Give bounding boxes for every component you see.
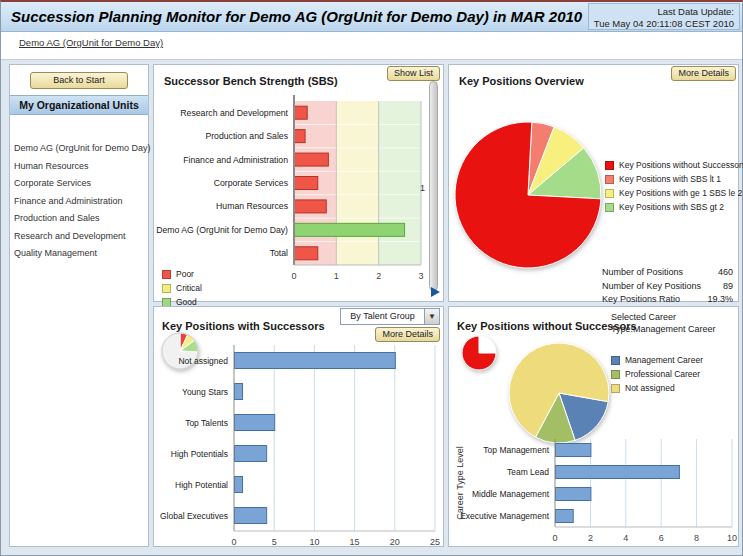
legend-swatch-icon: [605, 203, 614, 212]
stat-row: Number of Positions460: [602, 266, 733, 280]
legend-label: Critical: [176, 283, 202, 293]
sidebar-item[interactable]: Human Resources: [10, 158, 148, 176]
sidebar: Back to Start My Organizational Units De…: [9, 64, 149, 547]
legend-label: Poor: [176, 269, 194, 279]
legend-swatch-icon: [611, 384, 620, 393]
legend-item: Management Career: [611, 355, 703, 365]
sidebar-item[interactable]: Quality Management: [10, 245, 148, 263]
back-to-start-button[interactable]: Back to Start: [30, 72, 128, 89]
svg-text:Corporate Services: Corporate Services: [214, 178, 289, 188]
panel-successor-bench-strength: Successor Bench Strength (SBS) Show List…: [153, 64, 444, 302]
svg-text:15: 15: [350, 537, 360, 547]
last-data-update: Last Data Update: Tue May 04 20:11:08 CE…: [588, 3, 740, 30]
stat-label: Number of Positions: [602, 266, 683, 280]
legend-label: Key Positions with SBS gt 2: [619, 202, 724, 212]
legend-label: Key Positions with SBS lt 1: [619, 174, 721, 184]
legend-item: Key Positions with SBS lt 1: [605, 174, 743, 184]
legend-swatch-icon: [162, 270, 171, 279]
stat-row: Number of Key Positions89: [602, 280, 733, 294]
sidebar-item[interactable]: Production and Sales: [10, 210, 148, 228]
overview-stats: Number of Positions460Number of Key Posi…: [602, 266, 733, 307]
sbs-legend: PoorCriticalGood: [162, 269, 202, 311]
svg-text:0: 0: [291, 271, 296, 281]
stat-value: 19.3%: [707, 293, 733, 307]
svg-text:High Potential: High Potential: [175, 480, 228, 490]
svg-text:1: 1: [334, 271, 339, 281]
page-title: Succession Planning Monitor for Demo AG …: [11, 8, 582, 25]
panel-key-positions-overview: More Details Key Positions Overview Key …: [448, 64, 739, 302]
slider-value-label: 1: [420, 183, 425, 193]
legend-label: Professional Career: [625, 369, 700, 379]
svg-text:Top Management: Top Management: [483, 445, 549, 455]
svg-text:0: 0: [552, 533, 557, 543]
svg-text:10: 10: [727, 533, 737, 543]
svg-text:Team Lead: Team Lead: [507, 467, 549, 477]
career-level-bar-chart[interactable]: 0246810Top ManagementTeam LeadMiddle Man…: [449, 435, 740, 547]
svg-text:Demo AG (OrgUnit for Demo Day): Demo AG (OrgUnit for Demo Day): [156, 225, 288, 235]
without-successors-panel-title: Key Positions without Successors: [457, 320, 637, 332]
legend-swatch-icon: [162, 284, 171, 293]
legend-label: Key Positions with ge 1 SBS le 2: [619, 188, 742, 198]
svg-text:4: 4: [623, 533, 628, 543]
overview-more-details-button[interactable]: More Details: [671, 66, 736, 81]
sbs-panel-title: Successor Bench Strength (SBS): [164, 75, 338, 87]
sidebar-item[interactable]: Corporate Services: [10, 175, 148, 193]
panel-key-positions-without-successors: Key Positions without Successors Selecte…: [448, 306, 739, 547]
stat-label: Key Positions Ratio: [602, 293, 680, 307]
panel-key-positions-with-successors: By Talent Group ▼ More Details Key Posit…: [153, 306, 444, 547]
overview-legend: Key Positions without SuccessorsKey Posi…: [605, 160, 743, 216]
slider-advance-icon[interactable]: [431, 287, 440, 297]
header-bar: Succession Planning Monitor for Demo AG …: [1, 2, 742, 32]
legend-item: Poor: [162, 269, 202, 279]
svg-text:0: 0: [231, 537, 236, 547]
svg-text:Top Talents: Top Talents: [185, 418, 228, 428]
selected-career-line2: Type:Management Career: [611, 323, 716, 335]
svg-text:Human Resources: Human Resources: [216, 201, 289, 211]
svg-text:Young Stars: Young Stars: [182, 387, 228, 397]
legend-item: Not assigned: [611, 383, 703, 393]
talent-group-dropdown[interactable]: By Talent Group ▼: [340, 308, 440, 325]
breadcrumb-link[interactable]: Demo AG (OrgUnit for Demo Day): [19, 37, 163, 48]
with-successors-bar-chart[interactable]: 0510152025Not assignedYoung StarsTop Tal…: [154, 339, 445, 548]
legend-item: Key Positions with ge 1 SBS le 2: [605, 188, 743, 198]
sidebar-items: Demo AG (OrgUnit for Demo Day)Human Reso…: [10, 140, 148, 263]
svg-text:Production and Sales: Production and Sales: [205, 131, 288, 141]
svg-text:25: 25: [430, 537, 440, 547]
selected-career-line1: Selected Career: [611, 311, 716, 323]
chart-zoom-slider[interactable]: 1: [429, 81, 438, 291]
last-update-value: Tue May 04 20:11:08 CEST 2010: [594, 18, 734, 30]
svg-text:5: 5: [272, 537, 277, 547]
svg-text:Global Executives: Global Executives: [160, 511, 228, 521]
sidebar-item[interactable]: Demo AG (OrgUnit for Demo Day): [10, 140, 148, 158]
legend-label: Key Positions without Successors: [619, 160, 743, 170]
svg-text:2: 2: [588, 533, 593, 543]
legend-swatch-icon: [605, 189, 614, 198]
legend-item: Key Positions with SBS gt 2: [605, 202, 743, 212]
svg-text:3: 3: [418, 271, 423, 281]
svg-text:High Potentials: High Potentials: [171, 449, 228, 459]
svg-text:2: 2: [376, 271, 381, 281]
legend-swatch-icon: [611, 370, 620, 379]
svg-text:6: 6: [659, 533, 664, 543]
legend-item: Critical: [162, 283, 202, 293]
chevron-down-icon[interactable]: ▼: [424, 309, 439, 324]
legend-swatch-icon: [605, 175, 614, 184]
svg-text:Total: Total: [270, 248, 288, 258]
selected-career-text: Selected Career Type:Management Career: [611, 311, 716, 335]
svg-text:Executive Management: Executive Management: [460, 511, 549, 521]
legend-label: Not assigned: [625, 383, 675, 393]
breadcrumb: Demo AG (OrgUnit for Demo Day): [1, 32, 742, 60]
sidebar-item[interactable]: Research and Development: [10, 228, 148, 246]
stat-value: 460: [718, 266, 733, 280]
svg-text:Finance and Administration: Finance and Administration: [183, 155, 288, 165]
svg-text:8: 8: [694, 533, 699, 543]
svg-text:Career Type Level: Career Type Level: [455, 446, 465, 519]
sidebar-item[interactable]: Finance and Administration: [10, 193, 148, 211]
show-list-button[interactable]: Show List: [387, 66, 440, 81]
legend-item: Professional Career: [611, 369, 703, 379]
dashboard-window: Succession Planning Monitor for Demo AG …: [0, 0, 743, 556]
stat-label: Number of Key Positions: [602, 280, 701, 294]
svg-text:Research and Development: Research and Development: [180, 108, 288, 118]
svg-text:Not assigned: Not assigned: [178, 356, 228, 366]
legend-label: Management Career: [625, 355, 703, 365]
